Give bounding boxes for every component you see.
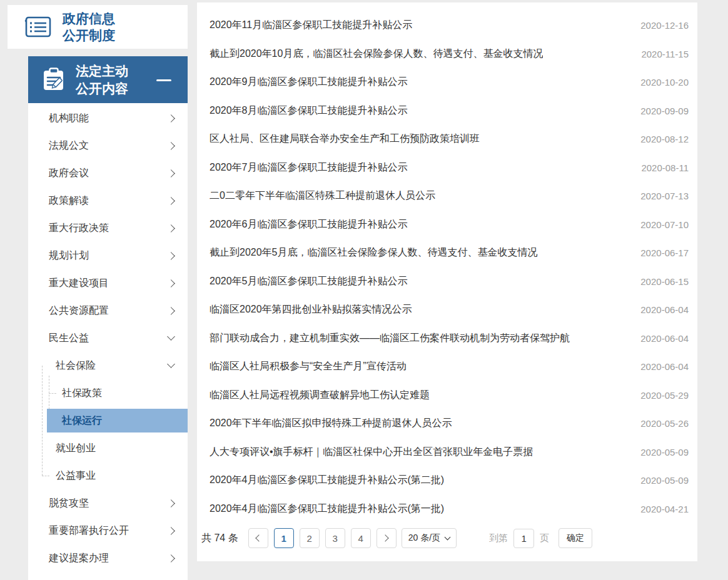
sidebar-item[interactable]: 政策解读 [28, 187, 188, 214]
news-title-link[interactable]: 二0二零年下半年临淄区特殊工种提前退休人员公示 [210, 189, 435, 202]
news-item: 2020年5月临淄区参保职工技能提升补贴公示2020-06-15 [210, 268, 689, 296]
menu-subgroup: 社会保险社保政策社保运行就业创业公益事业 [28, 352, 188, 489]
page-size-label: 20 条/页 [408, 532, 440, 544]
sidebar-menu: 机构职能法规公文政府会议政策解读重大行政决策规划计划重大建设项目公共资源配置民生… [28, 103, 188, 572]
news-title-link[interactable]: 部门联动成合力，建立机制重实效——临淄区工伤案件联动机制为劳动者保驾护航 [210, 332, 570, 345]
sidebar-item[interactable]: 重要部署执行公开 [28, 517, 188, 544]
sidebar-item-label: 规划计划 [49, 249, 89, 262]
news-title-link[interactable]: 临淄区2020年第四批创业补贴拟落实情况公示 [210, 303, 412, 316]
news-date: 2020-07-13 [628, 191, 689, 201]
news-date: 2020-12-16 [628, 20, 689, 31]
sidebar-item-label: 社保运行 [62, 414, 102, 428]
news-title-link[interactable]: 2020年6月临淄区参保职工技能提升补贴公示 [210, 218, 408, 231]
sidebar-item[interactable]: 政府会议 [28, 159, 188, 187]
sidebar-item[interactable]: 就业创业 [28, 434, 188, 462]
section-title-line1: 法定主动 [76, 62, 128, 79]
page-button-1[interactable]: 1 [274, 528, 294, 548]
content-panel: 2020年11月临淄区参保职工技能提升补贴公示2020-12-16截止到2020… [197, 2, 697, 561]
news-title-link[interactable]: 截止到2020年10月底，临淄区社会保险参保人数、待遇支付、基金收支情况 [210, 48, 543, 61]
news-title-link[interactable]: 临淄区人社局积极参与“安全生产月”宣传活动 [210, 360, 407, 373]
sidebar-header-title: 政府信息 公开制度 [63, 10, 115, 44]
sidebar-item-label: 重大建设项目 [49, 277, 109, 290]
page-button-3[interactable]: 3 [325, 528, 345, 548]
page-button-2[interactable]: 2 [300, 528, 320, 548]
sidebar-item[interactable]: 公益事业 [28, 462, 188, 489]
sidebar-item[interactable]: 机构职能 [28, 104, 188, 132]
sidebar-item-label: 社保政策 [62, 387, 102, 400]
news-date: 2020-06-15 [628, 276, 689, 287]
sidebar-item[interactable]: 规划计划 [28, 242, 188, 269]
sidebar-item[interactable]: 公共资源配置 [28, 297, 188, 324]
document-lines-icon [24, 14, 53, 39]
goto-suffix-label: 页 [540, 532, 549, 544]
news-item: 2020年6月临淄区参保职工技能提升补贴公示2020-07-10 [210, 211, 689, 239]
chevron-right-icon [167, 252, 175, 260]
header-title-line1: 政府信息 [63, 10, 115, 27]
news-date: 2020-06-17 [628, 248, 689, 258]
news-title-link[interactable]: 2020年7月临淄区参保职工技能提升补贴公示 [210, 161, 408, 174]
news-title-link[interactable]: 2020年8月临淄区参保职工技能提升补贴公示 [210, 104, 408, 118]
news-date: 2020-11-15 [629, 49, 689, 59]
news-item: 截止到2020年5月底，临淄区社会保险参保人数、待遇支付、基金收支情况2020-… [210, 239, 689, 268]
chevron-right-icon [167, 142, 175, 150]
news-item: 2020年4月临淄区参保职工技能提升补贴公示(第二批)2020-05-09 [210, 466, 689, 495]
news-item: 区人社局、区住建局联合举办安全生产和工伤预防政策培训班2020-08-12 [210, 125, 689, 154]
sidebar-item-active[interactable]: 社保运行 [47, 409, 188, 432]
news-date: 2020-09-09 [628, 106, 689, 116]
sidebar-item[interactable]: 社会保险 [28, 352, 188, 379]
news-date: 2020-08-11 [629, 162, 689, 173]
sidebar-item-label: 公益事业 [56, 469, 96, 482]
sidebar-item-label: 法规公文 [49, 139, 89, 152]
news-title-link[interactable]: 2020年4月临淄区参保职工技能提升补贴公示(第二批) [210, 474, 444, 487]
news-title-link[interactable]: 2020年5月临淄区参保职工技能提升补贴公示 [210, 275, 408, 288]
chevron-down-icon [445, 534, 451, 541]
sidebar-item-label: 脱贫攻坚 [49, 497, 89, 510]
sidebar-item[interactable]: 脱贫攻坚 [28, 489, 188, 517]
chevron-right-icon [167, 554, 175, 562]
clipboard-pencil-icon [41, 67, 67, 93]
news-title-link[interactable]: 2020年下半年临淄区拟申报特殊工种提前退休人员公示 [210, 417, 452, 430]
pagination-bar: 共 74 条 1234 20 条/页 到第 页 确定 [201, 528, 689, 548]
chevron-right-icon [167, 499, 175, 508]
sidebar-header-card: 政府信息 公开制度 [8, 5, 188, 49]
news-title-link[interactable]: 区人社局、区住建局联合举办安全生产和工伤预防政策培训班 [210, 132, 480, 146]
news-date: 2020-05-09 [628, 447, 689, 458]
page-button-4[interactable]: 4 [351, 528, 371, 548]
sidebar-item[interactable]: 民生公益 [28, 324, 188, 352]
news-title-link[interactable]: 截止到2020年5月底，临淄区社会保险参保人数、待遇支付、基金收支情况 [210, 246, 538, 259]
sidebar-item[interactable]: 法规公文 [28, 132, 188, 159]
tree-connector [49, 393, 56, 394]
chevron-right-icon [167, 169, 175, 178]
news-title-link[interactable]: 2020年9月临淄区参保职工技能提升补贴公示 [210, 76, 408, 89]
news-date: 2020-10-20 [628, 77, 689, 88]
sidebar-item-label: 建议提案办理 [49, 552, 109, 565]
tree-connector [42, 476, 49, 476]
chevron-right-icon [167, 114, 175, 122]
sidebar-item-label: 重要部署执行公开 [49, 524, 129, 538]
goto-page-input[interactable] [513, 529, 534, 548]
sidebar-item-label: 重大行政决策 [49, 222, 109, 235]
news-title-link[interactable]: 2020年4月临淄区参保职工技能提升补贴公示(第一批) [210, 502, 444, 516]
news-title-link[interactable]: 人大专项评议•旗手标杆｜临淄区社保中心开出全区首张职业年金电子票据 [210, 446, 533, 459]
prev-page-button[interactable] [248, 528, 268, 548]
chevron-right-icon [167, 527, 175, 535]
news-title-link[interactable]: 临淄区人社局远程视频调查破解异地工伤认定难题 [210, 389, 430, 402]
next-page-button[interactable] [377, 528, 397, 548]
news-title-link[interactable]: 2020年11月临淄区参保职工技能提升补贴公示 [210, 19, 412, 32]
news-list: 2020年11月临淄区参保职工技能提升补贴公示2020-12-16截止到2020… [210, 11, 689, 523]
chevron-right-icon [167, 279, 175, 288]
goto-prefix-label: 到第 [489, 532, 508, 544]
sidebar-item[interactable]: 重大建设项目 [28, 269, 188, 297]
sidebar-item[interactable]: 社保政策 [28, 379, 188, 407]
sidebar-item[interactable]: 重大行政决策 [28, 214, 188, 242]
sidebar-item[interactable]: 建议提案办理 [28, 544, 188, 572]
chevron-down-icon [167, 360, 175, 368]
news-item: 部门联动成合力，建立机制重实效——临淄区工伤案件联动机制为劳动者保驾护航2020… [210, 324, 689, 353]
news-item: 2020年下半年临淄区拟申报特殊工种提前退休人员公示2020-05-26 [210, 409, 689, 438]
sidebar: 法定主动 公开内容 机构职能法规公文政府会议政策解读重大行政决策规划计划重大建设… [28, 56, 188, 580]
news-date: 2020-06-04 [628, 304, 689, 315]
sidebar-section-statutory-disclosure[interactable]: 法定主动 公开内容 [28, 56, 188, 103]
confirm-button[interactable]: 确定 [559, 528, 592, 548]
news-date: 2020-08-12 [628, 134, 689, 144]
page-size-select[interactable]: 20 条/页 [402, 528, 457, 548]
